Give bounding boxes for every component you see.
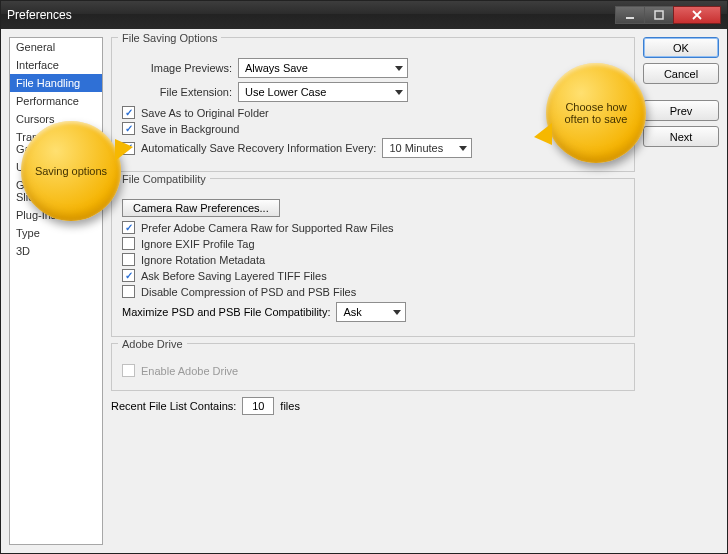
chevron-down-icon bbox=[395, 90, 403, 95]
ignore-rotation-checkbox[interactable] bbox=[122, 253, 135, 266]
svg-rect-0 bbox=[626, 17, 634, 19]
chevron-down-icon bbox=[393, 310, 401, 315]
file-compatibility-legend: File Compatibility bbox=[118, 173, 210, 185]
camera-raw-prefs-button[interactable]: Camera Raw Preferences... bbox=[122, 199, 280, 217]
ignore-rotation-label: Ignore Rotation Metadata bbox=[141, 254, 265, 266]
save-original-checkbox[interactable] bbox=[122, 106, 135, 119]
category-sidebar: General Interface File Handling Performa… bbox=[9, 37, 103, 545]
file-compatibility-group: File Compatibility Camera Raw Preference… bbox=[111, 178, 635, 337]
prefer-raw-checkbox[interactable] bbox=[122, 221, 135, 234]
callout-saving-options: Saving options bbox=[21, 121, 121, 221]
window-title: Preferences bbox=[7, 8, 616, 22]
ignore-exif-label: Ignore EXIF Profile Tag bbox=[141, 238, 255, 250]
ok-button[interactable]: OK bbox=[643, 37, 719, 58]
save-background-label: Save in Background bbox=[141, 123, 239, 135]
disable-psd-compression-label: Disable Compression of PSD and PSB Files bbox=[141, 286, 356, 298]
enable-adobe-drive-label: Enable Adobe Drive bbox=[141, 365, 238, 377]
file-saving-legend: File Saving Options bbox=[118, 32, 221, 44]
sidebar-item-general[interactable]: General bbox=[10, 38, 102, 56]
disable-psd-compression-checkbox[interactable] bbox=[122, 285, 135, 298]
recent-files-label: Recent File List Contains: bbox=[111, 400, 236, 412]
recent-files-row: Recent File List Contains: 10 files bbox=[111, 397, 635, 415]
dialog-buttons-column: OK Cancel Prev Next bbox=[643, 37, 719, 545]
ask-tiff-checkbox[interactable] bbox=[122, 269, 135, 282]
callout-tail-icon bbox=[534, 123, 552, 145]
maximize-compat-label: Maximize PSD and PSB File Compatibility: bbox=[122, 306, 330, 318]
save-original-label: Save As to Original Folder bbox=[141, 107, 269, 119]
adobe-drive-legend: Adobe Drive bbox=[118, 338, 187, 350]
close-button[interactable] bbox=[673, 6, 721, 24]
image-previews-label: Image Previews: bbox=[122, 62, 232, 74]
enable-adobe-drive-checkbox bbox=[122, 364, 135, 377]
autosave-interval-select[interactable]: 10 Minutes bbox=[382, 138, 472, 158]
chevron-down-icon bbox=[395, 66, 403, 71]
maximize-compat-select[interactable]: Ask bbox=[336, 302, 406, 322]
minimize-button[interactable] bbox=[615, 6, 645, 24]
sidebar-item-type[interactable]: Type bbox=[10, 224, 102, 242]
callout-tail-icon bbox=[115, 139, 133, 161]
ask-tiff-label: Ask Before Saving Layered TIFF Files bbox=[141, 270, 327, 282]
window-buttons bbox=[616, 6, 721, 24]
callout-choose-interval: Choose how often to save bbox=[546, 63, 646, 163]
chevron-down-icon bbox=[459, 146, 467, 151]
cancel-button[interactable]: Cancel bbox=[643, 63, 719, 84]
next-button[interactable]: Next bbox=[643, 126, 719, 147]
adobe-drive-group: Adobe Drive Enable Adobe Drive bbox=[111, 343, 635, 391]
sidebar-item-file-handling[interactable]: File Handling bbox=[10, 74, 102, 92]
titlebar: Preferences bbox=[1, 1, 727, 29]
save-background-checkbox[interactable] bbox=[122, 122, 135, 135]
preferences-window: Preferences General Interface File Handl… bbox=[0, 0, 728, 554]
svg-rect-1 bbox=[655, 11, 663, 19]
prefer-raw-label: Prefer Adobe Camera Raw for Supported Ra… bbox=[141, 222, 394, 234]
recent-files-suffix: files bbox=[280, 400, 300, 412]
recent-files-input[interactable]: 10 bbox=[242, 397, 274, 415]
sidebar-item-performance[interactable]: Performance bbox=[10, 92, 102, 110]
sidebar-item-3d[interactable]: 3D bbox=[10, 242, 102, 260]
file-extension-select[interactable]: Use Lower Case bbox=[238, 82, 408, 102]
sidebar-item-interface[interactable]: Interface bbox=[10, 56, 102, 74]
image-previews-select[interactable]: Always Save bbox=[238, 58, 408, 78]
autosave-label: Automatically Save Recovery Information … bbox=[141, 142, 376, 154]
maximize-button[interactable] bbox=[644, 6, 674, 24]
prev-button[interactable]: Prev bbox=[643, 100, 719, 121]
file-extension-label: File Extension: bbox=[122, 86, 232, 98]
ignore-exif-checkbox[interactable] bbox=[122, 237, 135, 250]
